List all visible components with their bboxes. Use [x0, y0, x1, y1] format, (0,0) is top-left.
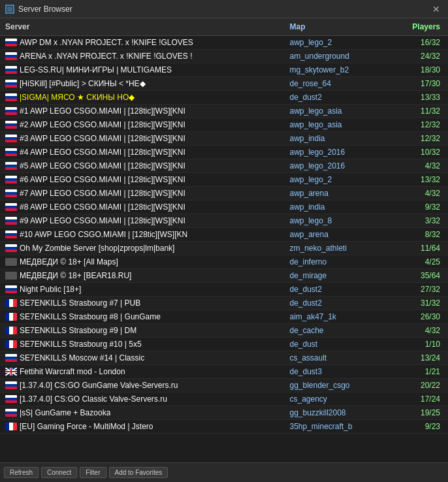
table-row[interactable]: ARENA x .NYAN PROJECT. x !KNIFE !GLOVES …: [0, 50, 448, 63]
map-cell: awp_lego_2016: [284, 146, 389, 159]
table-row[interactable]: #6 AWP LEGO CSGO.MIAMI | [128tic][WS][KN…: [0, 173, 448, 187]
map-cell: mg_skytower_b2: [284, 63, 389, 77]
table-row[interactable]: [1.37.4.0] CS:GO GunGame Valve-Servers.r…: [0, 379, 448, 393]
bottom-button[interactable]: Refresh: [4, 467, 39, 478]
table-row[interactable]: SE7ENKILLS Strasbourg #10 | 5x5de_dust1/…: [0, 338, 448, 351]
map-cell: de_dust2: [284, 91, 389, 104]
flag-icon: [5, 340, 17, 348]
map-cell: awp_arena: [284, 187, 389, 201]
flag-icon: [5, 299, 17, 307]
table-row[interactable]: |sS| GunGame + Bazookagg_buzzkill200819/…: [0, 406, 448, 420]
server-name: #4 AWP LEGO CSGO.MIAMI | [128tic][WS][KN…: [20, 148, 185, 157]
table-row[interactable]: [1.37.4.0] CS:GO Classic Valve-Servers.r…: [0, 393, 448, 406]
window-title: Server Browser: [18, 5, 430, 14]
players-cell: 11/64: [389, 242, 448, 255]
server-name: Night Public [18+]: [20, 285, 81, 294]
col-header-players: Players: [389, 18, 448, 36]
server-name: Oh My Zombie Server [shop|zprops|lm|bank…: [20, 244, 174, 253]
flag-icon: [5, 52, 17, 60]
map-cell: awp_lego_2: [284, 173, 389, 187]
map-cell: aim_ak47_1k: [284, 310, 389, 324]
flag-icon: [5, 189, 17, 197]
bottom-button[interactable]: Filter: [80, 467, 106, 478]
server-cell: SE7ENKILLS Strasbourg #10 | 5x5: [0, 338, 274, 351]
table-row[interactable]: МЕДВЕДИ © 18+ [All Maps]de_inferno4/25: [0, 255, 448, 269]
server-name: SE7ENKILLS Moscow #14 | Classic: [20, 353, 144, 362]
flag-icon: [5, 409, 17, 417]
table-row[interactable]: #5 AWP LEGO CSGO.MIAMI | [128tic][WS][KN…: [0, 159, 448, 173]
server-cell: МЕДВЕДИ © 18+ [BEAR18.RU]: [0, 269, 274, 282]
server-cell: [EU] Gaming Force - MultiMod | Jstero: [0, 420, 274, 433]
players-cell: 31/32: [389, 297, 448, 310]
map-cell: gg_blender_csgo: [284, 379, 389, 393]
table-row[interactable]: Fettihit Warcraft mod - Londonde_dust31/…: [0, 365, 448, 379]
map-cell: awp_india: [284, 201, 389, 214]
server-table-container[interactable]: Server Map Players AWP DM x .NYAN PROJEC…: [0, 18, 448, 462]
server-name: ARENA x .NYAN PROJECT. x !KNIFE !GLOVES …: [20, 52, 193, 61]
table-row[interactable]: Oh My Zombie Server [shop|zprops|lm|bank…: [0, 242, 448, 255]
bottom-button[interactable]: Connect: [41, 467, 77, 478]
table-row[interactable]: SE7ENKILLS Moscow #14 | Classiccs_assaul…: [0, 351, 448, 365]
players-cell: 26/30: [389, 310, 448, 324]
table-row[interactable]: #9 AWP LEGO CSGO.MIAMI | [128tic][WS][KN…: [0, 214, 448, 228]
table-row[interactable]: [HiSKill] [#Public] > СКИНЫ < *НЕ◆de_ros…: [0, 77, 448, 91]
table-row[interactable]: |SIGMA| МЯСО ★ СКИНЫ НО◆de_dust213/33: [0, 91, 448, 104]
table-row[interactable]: SE7ENKILLS Strasbourg #7 | PUBde_dust231…: [0, 297, 448, 310]
server-cell: SE7ENKILLS Strasbourg #7 | PUB: [0, 297, 274, 310]
flag-icon: [5, 354, 17, 362]
server-cell: #10 AWP LEGO CSGO.MIAMI | [128tic][WS][K…: [0, 228, 274, 241]
server-cell: Fettihit Warcraft mod - London: [0, 365, 274, 378]
flag-icon: [5, 244, 17, 252]
players-cell: 27/32: [389, 283, 448, 297]
flag-icon: [5, 93, 17, 101]
players-cell: 13/32: [389, 173, 448, 187]
server-name: #2 AWP LEGO CSGO.MIAMI | [128tic][WS][KN…: [20, 120, 185, 129]
players-cell: 19/25: [389, 406, 448, 420]
map-cell: de_dust3: [284, 365, 389, 379]
table-row[interactable]: МЕДВЕДИ © 18+ [BEAR18.RU]de_mirage35/64: [0, 269, 448, 283]
players-cell: 12/32: [389, 132, 448, 146]
table-row[interactable]: #10 AWP LEGO CSGO.MIAMI | [128tic][WS][K…: [0, 228, 448, 242]
table-row[interactable]: #8 AWP LEGO CSGO.MIAMI | [128tic][WS][KN…: [0, 201, 448, 214]
map-cell: gg_buzzkill2008: [284, 406, 389, 420]
players-cell: 13/33: [389, 91, 448, 104]
players-cell: 4/32: [389, 187, 448, 201]
map-cell: de_dust2: [284, 283, 389, 297]
server-name: SE7ENKILLS Strasbourg #9 | DM: [20, 326, 136, 335]
table-row[interactable]: SE7ENKILLS Strasbourg #9 | DMde_cache4/3…: [0, 324, 448, 338]
flag-icon: [5, 162, 17, 170]
table-row[interactable]: #1 AWP LEGO CSGO.MIAMI | [128tic][WS][KN…: [0, 104, 448, 118]
map-cell: de_dust2: [284, 297, 389, 310]
table-row[interactable]: Night Public [18+]de_dust227/32: [0, 283, 448, 297]
players-cell: 35/64: [389, 269, 448, 283]
table-row[interactable]: AWP DM x .NYAN PROJECT. x !KNIFE !GLOVES…: [0, 36, 448, 50]
table-row[interactable]: #4 AWP LEGO CSGO.MIAMI | [128tic][WS][KN…: [0, 146, 448, 159]
players-cell: 12/32: [389, 118, 448, 132]
server-cell: #8 AWP LEGO CSGO.MIAMI | [128tic][WS][KN…: [0, 201, 274, 214]
server-cell: Night Public [18+]: [0, 283, 274, 296]
table-row[interactable]: #3 AWP LEGO CSGO.MIAMI | [128tic][WS][KN…: [0, 132, 448, 146]
players-cell: 9/32: [389, 201, 448, 214]
table-row[interactable]: LEG-SS.RU| МИНИ-ИГРЫ | MULTIGAMESmg_skyt…: [0, 63, 448, 77]
server-name: #8 AWP LEGO CSGO.MIAMI | [128tic][WS][KN…: [20, 202, 185, 212]
map-cell: awp_arena: [284, 228, 389, 242]
server-name: LEG-SS.RU| МИНИ-ИГРЫ | MULTIGAMES: [20, 65, 172, 74]
map-cell: awp_lego_2: [284, 36, 389, 50]
bottom-button[interactable]: Add to Favorites: [109, 467, 168, 478]
players-cell: 17/24: [389, 393, 448, 406]
server-name: SE7ENKILLS Strasbourg #7 | PUB: [20, 298, 140, 308]
server-cell: #1 AWP LEGO CSGO.MIAMI | [128tic][WS][KN…: [0, 104, 274, 118]
table-row[interactable]: #7 AWP LEGO CSGO.MIAMI | [128tic][WS][KN…: [0, 187, 448, 201]
map-cell: de_dust: [284, 338, 389, 351]
table-row[interactable]: [EU] Gaming Force - MultiMod | Jstero35h…: [0, 420, 448, 434]
table-row[interactable]: SE7ENKILLS Strasbourg #8 | GunGameaim_ak…: [0, 310, 448, 324]
server-cell: #2 AWP LEGO CSGO.MIAMI | [128tic][WS][KN…: [0, 118, 274, 131]
players-cell: 17/30: [389, 77, 448, 91]
flag-icon: [5, 39, 17, 46]
server-name: |SIGMA| МЯСО ★ СКИНЫ НО◆: [20, 93, 135, 102]
close-button[interactable]: ✕: [430, 3, 443, 16]
server-cell: |sS| GunGame + Bazooka: [0, 406, 274, 419]
table-row[interactable]: #2 AWP LEGO CSGO.MIAMI | [128tic][WS][KN…: [0, 118, 448, 132]
map-cell: de_mirage: [284, 269, 389, 283]
server-name: |sS| GunGame + Bazooka: [20, 408, 110, 417]
